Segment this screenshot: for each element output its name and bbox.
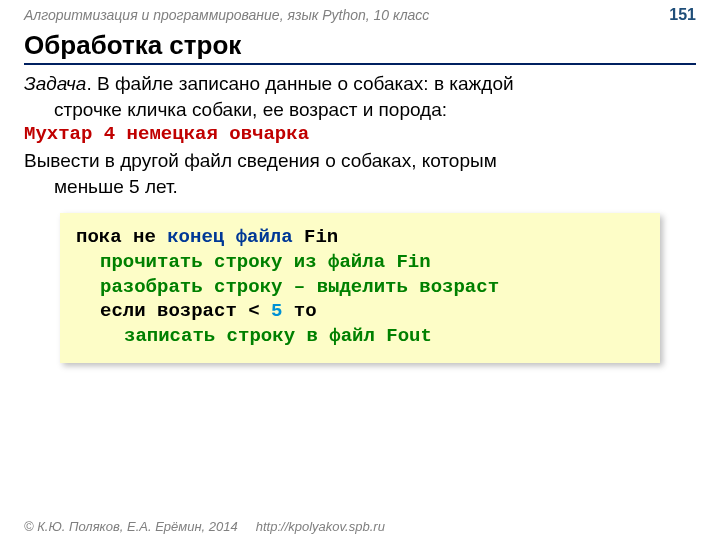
code-line-3: разобрать строку – выделить возраст	[76, 275, 644, 300]
code-t: пока не	[76, 226, 167, 248]
header-bar: Алгоритмизация и программирование, язык …	[0, 0, 720, 26]
task-paragraph: Задача. В файле записано данные о собака…	[24, 71, 696, 122]
code-t: если возраст <	[100, 300, 271, 322]
task-line4: меньше 5 лет.	[24, 174, 696, 200]
task-line2: строчке кличка собаки, ее возраст и поро…	[24, 97, 696, 123]
task-line1: В файле записано данные о собаках: в каж…	[97, 73, 514, 94]
pseudocode-box: пока не конец файла Fin прочитать строку…	[60, 213, 660, 362]
sample-line: Мухтар 4 немецкая овчарка	[24, 122, 696, 148]
code-t: Fin	[293, 226, 339, 248]
code-line-5: записать строку в файл Fout	[76, 324, 644, 349]
code-line-1: пока не конец файла Fin	[76, 225, 644, 250]
footer-url: http://kpolyakov.spb.ru	[256, 519, 385, 534]
page-number: 151	[669, 6, 696, 24]
code-kw: конец файла	[167, 226, 292, 248]
page-title: Обработка строк	[0, 26, 720, 63]
task-period: .	[86, 73, 97, 94]
code-num: 5	[271, 300, 282, 322]
footer-bar: © К.Ю. Поляков, Е.А. Ерёмин, 2014 http:/…	[0, 515, 720, 540]
task-label: Задача	[24, 73, 86, 94]
copyright-text: © К.Ю. Поляков, Е.А. Ерёмин, 2014	[24, 519, 238, 534]
code-line-4: если возраст < 5 то	[76, 299, 644, 324]
task-paragraph-2: Вывести в другой файл сведения о собаках…	[24, 148, 696, 199]
code-t: то	[282, 300, 316, 322]
code-line-2: прочитать строку из файла Fin	[76, 250, 644, 275]
content-area: Задача. В файле записано данные о собака…	[0, 65, 720, 363]
task-line3: Вывести в другой файл сведения о собаках…	[24, 150, 497, 171]
course-label: Алгоритмизация и программирование, язык …	[24, 7, 429, 23]
